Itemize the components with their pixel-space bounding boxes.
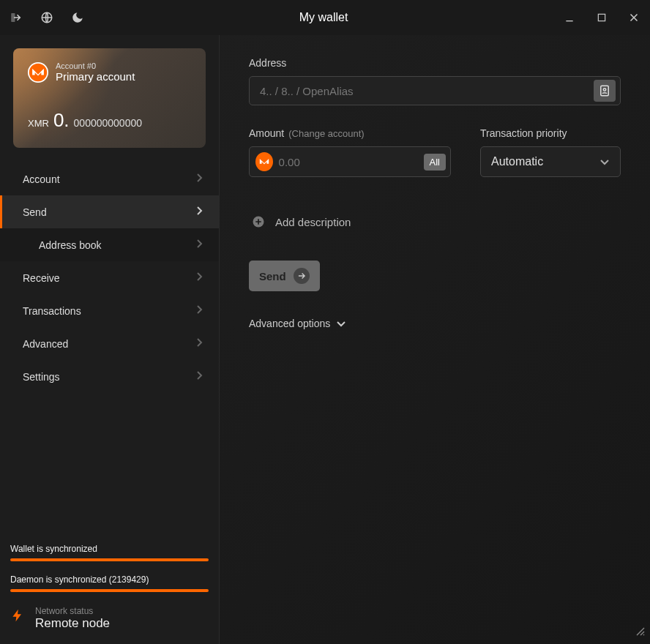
amount-label: Amount: [249, 127, 284, 139]
svg-point-6: [256, 154, 272, 170]
chevron-down-icon: [336, 318, 346, 329]
nav-label: Account: [23, 173, 60, 185]
svg-rect-2: [598, 14, 605, 20]
send-button-label: Send: [259, 270, 286, 282]
network-status-label: Network status: [35, 606, 110, 616]
daemon-sync-bar: [10, 589, 209, 592]
advanced-options-toggle[interactable]: Advanced options: [249, 318, 621, 329]
amount-input[interactable]: [279, 156, 418, 168]
svg-rect-0: [11, 13, 15, 22]
priority-value: Automatic: [491, 155, 543, 168]
nav-label: Advanced: [23, 338, 68, 350]
nav-label: Receive: [23, 272, 60, 284]
moon-icon[interactable]: [70, 10, 85, 25]
logout-icon[interactable]: [9, 10, 23, 25]
all-button[interactable]: All: [424, 154, 446, 171]
bolt-icon: [10, 605, 25, 631]
nav-label: Settings: [23, 371, 60, 383]
nav-label: Address book: [39, 239, 102, 251]
wallet-sync-bar: [10, 558, 209, 561]
advanced-options-label: Advanced options: [249, 318, 330, 329]
account-number: Account #0: [56, 61, 135, 70]
balance-display: XMR 0. 000000000000: [28, 109, 142, 132]
send-button[interactable]: Send: [249, 261, 320, 291]
account-card[interactable]: Account #0 Primary account XMR 0. 000000…: [13, 48, 206, 148]
monero-icon: [255, 152, 273, 171]
nav-address-book[interactable]: Address book: [0, 228, 219, 261]
daemon-sync-status: Daemon is synchronized (2139429): [10, 574, 209, 585]
chevron-right-icon: [195, 239, 203, 251]
balance-decimal: 000000000000: [74, 117, 142, 129]
address-label: Address: [249, 57, 621, 69]
add-description-button[interactable]: Add description: [249, 215, 621, 228]
arrow-right-circle-icon: [294, 268, 310, 284]
maximize-button[interactable]: [594, 10, 609, 25]
priority-label: Transaction priority: [480, 127, 621, 139]
nav-settings[interactable]: Settings: [0, 360, 219, 393]
account-name: Primary account: [56, 70, 135, 83]
add-description-label: Add description: [275, 216, 351, 228]
priority-select[interactable]: Automatic: [480, 146, 621, 177]
globe-icon[interactable]: [40, 10, 54, 25]
chevron-right-icon: [195, 206, 203, 218]
window-title: My wallet: [85, 11, 562, 24]
network-status[interactable]: Network status Remote node: [10, 605, 209, 631]
address-input-wrap: [249, 76, 621, 105]
wallet-sync-status: Wallet is synchronized: [10, 544, 209, 554]
amount-input-wrap: All: [249, 146, 451, 177]
nav-label: Send: [23, 206, 47, 218]
monero-logo-icon: [28, 62, 48, 83]
balance-currency: XMR: [28, 118, 49, 129]
nav-send[interactable]: Send: [0, 195, 219, 228]
address-book-button[interactable]: [594, 80, 616, 102]
nav-transactions[interactable]: Transactions: [0, 294, 219, 327]
change-account-link[interactable]: (Change account): [288, 128, 364, 139]
balance-integer: 0.: [53, 109, 70, 132]
resize-handle-icon[interactable]: [635, 626, 646, 640]
chevron-right-icon: [195, 272, 203, 284]
network-status-value: Remote node: [35, 616, 110, 631]
chevron-right-icon: [195, 304, 203, 317]
chevron-right-icon: [195, 173, 203, 185]
chevron-right-icon: [195, 337, 203, 350]
address-input[interactable]: [260, 85, 594, 97]
chevron-down-icon: [599, 155, 610, 168]
nav-account[interactable]: Account: [0, 162, 219, 195]
svg-point-5: [603, 89, 605, 91]
close-button[interactable]: [627, 10, 641, 25]
chevron-right-icon: [195, 370, 203, 383]
nav-label: Transactions: [23, 305, 81, 317]
plus-circle-icon: [252, 215, 265, 228]
nav-receive[interactable]: Receive: [0, 261, 219, 294]
minimize-button[interactable]: [562, 10, 577, 25]
nav-advanced[interactable]: Advanced: [0, 327, 219, 360]
